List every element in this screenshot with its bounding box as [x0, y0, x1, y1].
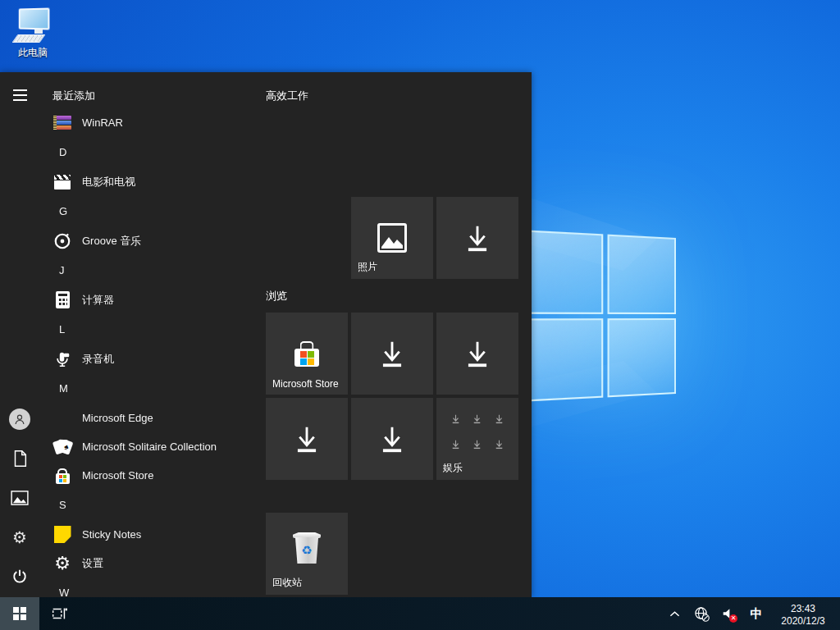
user-avatar-icon	[9, 409, 30, 430]
this-pc-desktop-icon[interactable]: 此电脑	[7, 8, 59, 60]
app-list-item-microsoft-store[interactable]: Microsoft Store	[39, 461, 266, 490]
taskbar: ✕ 中 23:43 2020/12/3	[0, 597, 840, 630]
download-icon	[494, 439, 504, 450]
taskbar-clock[interactable]: 23:43 2020/12/3	[774, 600, 832, 628]
user-account-button[interactable]	[7, 406, 33, 432]
download-icon	[377, 338, 408, 369]
tile-folder-entertainment[interactable]: 娱乐	[436, 398, 518, 480]
app-list-item-sticky-notes[interactable]: Sticky Notes	[39, 520, 266, 549]
start-menu-app-list: 最近添加 WinRAR D 电影和电视 G Groove 音乐	[39, 72, 266, 597]
volume-button[interactable]: ✕	[719, 597, 738, 630]
photos-icon	[377, 223, 407, 253]
mute-badge-icon: ✕	[729, 614, 737, 623]
tile-pending-download[interactable]	[266, 398, 348, 480]
chevron-up-icon	[669, 610, 680, 618]
app-list-item-winrar[interactable]: WinRAR	[39, 108, 266, 137]
computer-icon	[13, 8, 52, 44]
app-list-item-voice-recorder[interactable]: 录音机	[39, 345, 266, 373]
taskbar-empty-area[interactable]	[79, 597, 664, 630]
power-icon	[11, 568, 29, 586]
ime-indicator[interactable]: 中	[746, 597, 767, 630]
task-view-icon	[50, 605, 68, 623]
app-list-item-groove-music[interactable]: Groove 音乐	[39, 226, 266, 255]
tile-pending-download[interactable]	[436, 313, 518, 395]
app-list-item-solitaire[interactable]: ♠ Microsoft Solitaire Collection	[39, 432, 266, 461]
settings-gear-icon: ⚙	[52, 554, 72, 573]
expand-menu-button[interactable]	[7, 82, 33, 108]
tile-photos[interactable]: 照片	[351, 197, 433, 279]
pictures-button[interactable]	[7, 485, 33, 511]
app-list-item-movies-tv[interactable]: 电影和电视	[39, 167, 266, 196]
documents-button[interactable]	[7, 445, 33, 472]
start-menu-rail: ⚙	[0, 72, 39, 597]
app-list-item-calculator[interactable]: 计算器	[39, 285, 266, 314]
download-icon	[377, 423, 408, 454]
windows-logo-wallpaper	[527, 230, 676, 401]
tray-overflow-button[interactable]	[664, 597, 684, 630]
download-icon	[472, 439, 482, 450]
pictures-icon	[11, 491, 29, 505]
download-icon	[291, 423, 322, 454]
section-letter[interactable]: G	[39, 196, 266, 226]
recently-added-header: 最近添加	[52, 89, 266, 103]
calculator-icon	[52, 290, 72, 310]
tile-recycle-bin[interactable]: ♻ 回收站	[266, 513, 348, 595]
download-icon	[462, 338, 493, 369]
app-list-item-settings[interactable]: ⚙ 设置	[39, 549, 266, 578]
task-view-button[interactable]	[39, 597, 79, 630]
windows-desktop: 此电脑 ⚙	[0, 0, 840, 630]
app-list-item-microsoft-edge[interactable]: Microsoft Edge	[39, 404, 266, 432]
winrar-icon	[52, 113, 72, 133]
folder-mini-tiles	[445, 406, 510, 457]
download-icon	[450, 439, 461, 450]
start-menu-tiles: 高效工作 照片 浏览 Microsoft Store	[266, 72, 532, 597]
tile-pending-download[interactable]	[351, 313, 433, 395]
microsoft-store-icon	[294, 340, 319, 367]
voice-recorder-icon	[52, 349, 72, 369]
document-icon	[11, 450, 28, 468]
download-icon	[462, 222, 493, 253]
network-status-button[interactable]	[692, 597, 711, 630]
section-letter[interactable]: S	[39, 490, 266, 520]
download-icon	[494, 413, 504, 424]
settings-rail-button[interactable]: ⚙	[7, 524, 33, 550]
windows-logo-icon	[13, 607, 26, 620]
clock-date: 2020/12/3	[774, 615, 832, 628]
download-icon	[450, 413, 461, 424]
section-letter[interactable]: W	[39, 578, 266, 597]
start-button[interactable]	[0, 597, 39, 630]
tile-group-header-explore[interactable]: 浏览	[266, 289, 287, 304]
microsoft-edge-icon	[52, 409, 72, 428]
tile-group-header-productivity[interactable]: 高效工作	[266, 89, 308, 103]
download-icon	[472, 413, 482, 424]
power-button[interactable]	[7, 564, 33, 590]
globe-no-internet-icon	[694, 606, 710, 622]
start-menu: ⚙ 最近添加 WinRAR D 电影和电视 G	[0, 72, 532, 597]
section-letter[interactable]: M	[39, 373, 266, 404]
tile-pending-download[interactable]	[436, 197, 518, 279]
sticky-notes-icon	[52, 525, 72, 545]
gear-icon: ⚙	[12, 529, 27, 546]
section-letter[interactable]: D	[39, 137, 266, 167]
clock-time: 23:43	[774, 603, 832, 615]
section-letter[interactable]: J	[39, 255, 266, 285]
tile-microsoft-store[interactable]: Microsoft Store	[266, 313, 348, 395]
microsoft-store-icon	[52, 466, 72, 486]
system-tray: ✕ 中 23:43 2020/12/3	[664, 597, 840, 630]
groove-music-icon	[52, 231, 72, 251]
movies-tv-icon	[52, 172, 72, 192]
this-pc-label: 此电脑	[7, 46, 59, 60]
hamburger-icon	[13, 89, 27, 101]
section-letter[interactable]: L	[39, 314, 266, 345]
solitaire-icon: ♠	[52, 437, 72, 457]
tile-pending-download[interactable]	[351, 398, 433, 480]
recycle-bin-icon: ♻	[294, 532, 320, 564]
